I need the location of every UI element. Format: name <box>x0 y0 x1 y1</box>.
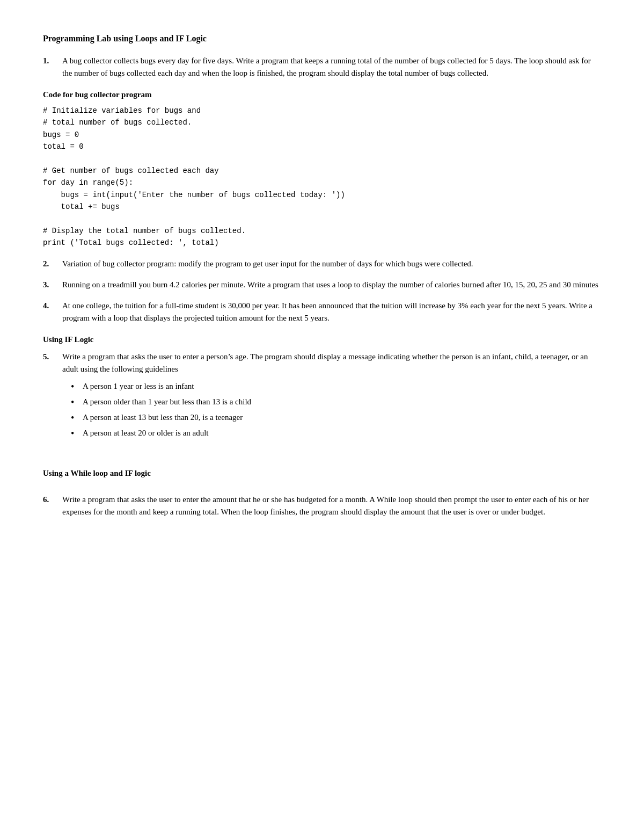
page-title: Programming Lab using Loops and IF Logic <box>43 32 601 45</box>
code-section-heading: Code for bug collector program <box>43 89 601 101</box>
list-number-1: 1. <box>43 55 62 80</box>
bullet-dot: • <box>71 396 83 409</box>
list-text-5: Write a program that asks the user to en… <box>62 352 588 373</box>
list-item: 5. Write a program that asks the user to… <box>43 351 601 443</box>
list-item: 6. Write a program that asks the user to… <box>43 494 601 519</box>
code-block: # Initialize variables for bugs and # to… <box>43 105 601 249</box>
list-number-5: 5. <box>43 351 62 443</box>
bullet-item-4: • A person at least 20 or older is an ad… <box>62 427 601 440</box>
list-text-3: Running on a treadmill you burn 4.2 calo… <box>62 280 598 289</box>
bullet-item-1: • A person 1 year or less is an infant <box>62 380 601 394</box>
list-number-4: 4. <box>43 300 62 325</box>
section-if-logic-heading: Using IF Logic <box>43 333 601 346</box>
list-item: 1. A bug collector collects bugs every d… <box>43 55 601 80</box>
bullet-item-3: • A person at least 13 but less than 20,… <box>62 411 601 425</box>
bullet-text-1: A person 1 year or less is an infant <box>83 380 194 393</box>
bullet-item-2: • A person older than 1 year but less th… <box>62 396 601 409</box>
list-number-3: 3. <box>43 279 62 291</box>
bullet-dot: • <box>71 380 83 394</box>
bullet-text-4: A person at least 20 or older is an adul… <box>83 427 209 439</box>
bullet-text-2: A person older than 1 year but less than… <box>83 396 251 408</box>
list-number-2: 2. <box>43 258 62 270</box>
list-text-4: At one college, the tuition for a full-t… <box>62 301 592 322</box>
bullet-dot: • <box>71 427 83 440</box>
list-text-1: A bug collector collects bugs every day … <box>62 56 591 77</box>
list-item: 3. Running on a treadmill you burn 4.2 c… <box>43 279 601 291</box>
bullet-text-3: A person at least 13 but less than 20, i… <box>83 411 243 424</box>
list-text-2: Variation of bug collector program: modi… <box>62 259 473 268</box>
list-text-6: Write a program that asks the user to en… <box>62 495 589 516</box>
bullet-dot: • <box>71 411 83 425</box>
list-number-6: 6. <box>43 494 62 519</box>
section-while-loop-heading: Using a While loop and IF logic <box>43 467 601 480</box>
list-item: 4. At one college, the tuition for a ful… <box>43 300 601 325</box>
bullet-list: • A person 1 year or less is an infant •… <box>62 380 601 441</box>
list-item: 2. Variation of bug collector program: m… <box>43 258 601 270</box>
